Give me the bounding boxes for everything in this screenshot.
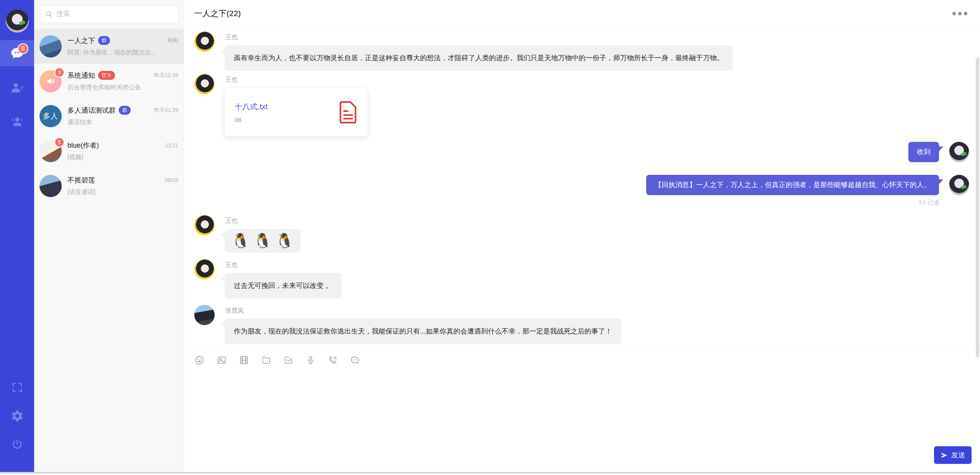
chat-list-panel: 一人之下 群 刚刚 阿莲: 作为朋友，现在的我没法... 3 系统通知 官方: [34, 0, 184, 472]
sticker-bubble: 🐧 🐧 🐧: [225, 229, 300, 253]
message-list: 王也 虽有幸生而为人，也不要以万物灵长自居，正是这种妄自尊大的想法，才阻碍了人类…: [184, 27, 980, 348]
message-input[interactable]: [184, 372, 980, 443]
message-row: 王也 🐧 🐧 🐧: [184, 215, 980, 253]
sender-avatar[interactable]: [194, 259, 215, 279]
chat-preview: 后台管理仓库临时关闭公告: [67, 84, 178, 92]
read-status: 3人已读: [919, 199, 939, 206]
sender-name: 张楚岚: [225, 306, 621, 315]
self-avatar[interactable]: [949, 142, 969, 162]
more-menu-icon[interactable]: [950, 10, 970, 18]
sender-avatar[interactable]: [194, 74, 215, 94]
image-icon[interactable]: [217, 355, 227, 365]
message-row: 王也 过去无可挽回，未来可以改变 。: [184, 259, 980, 299]
message-row-self: 【回执消息】一人之下，万人之上，但真正的强者，是那些能够超越自我、心怀天下的人。…: [184, 175, 980, 206]
chat-preview: [语音通话]: [67, 188, 178, 196]
message-row: 王也 十八式.txt 0B: [184, 74, 980, 136]
message-row-self: 收到: [184, 142, 980, 162]
file-size: 0B: [235, 117, 339, 123]
system-avatar: 3: [39, 70, 62, 92]
sender-name: 王也: [225, 33, 733, 41]
group-avatar: 多人: [39, 105, 62, 127]
video-icon[interactable]: [239, 355, 249, 365]
chat-list-item-yirenzhixia[interactable]: 一人之下 群 刚刚 阿莲: 作为朋友，现在的我没法...: [34, 29, 184, 64]
nav-chats[interactable]: 8: [0, 40, 34, 66]
chat-time: 09/28: [165, 177, 178, 183]
chat-title: 不摇碧莲: [67, 176, 95, 185]
message-bubble: 作为朋友，现在的我没法保证救你逃出生天，我能保证的只有...如果你真的会遭遇到什…: [225, 319, 621, 344]
file-folder-icon[interactable]: [261, 355, 271, 365]
chat-list-item-system[interactable]: 3 系统通知 官方 昨天12:39 后台管理仓库临时关闭公告: [34, 64, 184, 99]
chat-title: 系统通知: [67, 71, 95, 80]
unread-badge: 3: [54, 67, 64, 77]
composer-toolbar: [184, 348, 980, 372]
sender-avatar[interactable]: [194, 215, 215, 235]
settings-gear-icon[interactable]: [11, 409, 24, 422]
sender-name: 王也: [225, 76, 368, 84]
message-row: 张楚岚 作为朋友，现在的我没法保证救你逃出生天，我能保证的只有...如果你真的会…: [184, 305, 980, 344]
send-button[interactable]: 发送: [934, 446, 972, 464]
sender-name: 王也: [225, 217, 300, 225]
chat-title: blue(作者): [67, 141, 99, 150]
unread-total-badge: 8: [18, 43, 28, 54]
file-document-icon: [339, 101, 358, 124]
file-name: 十八式.txt: [235, 102, 339, 112]
group-badge: 群: [98, 36, 110, 45]
chat-list-item-bilian[interactable]: 不摇碧莲 09/28 [语音通话]: [34, 168, 184, 203]
vertical-scrollbar-thumb[interactable]: [976, 58, 979, 358]
call-phone-icon[interactable]: [328, 355, 338, 365]
screenshot-check-icon[interactable]: [283, 355, 294, 365]
unread-badge: 5: [54, 137, 64, 147]
chat-preview: 通话结束: [67, 118, 178, 127]
chat-header: 一人之下(22): [184, 0, 980, 27]
group-badge: 群: [119, 106, 131, 115]
microphone-icon[interactable]: [305, 355, 316, 365]
chat-time: 昨天12:39: [154, 72, 178, 79]
penguin-sticker: 🐧: [231, 232, 250, 250]
group-avatar: [39, 35, 62, 58]
send-button-label: 发送: [951, 450, 965, 460]
nav-contacts[interactable]: [0, 75, 34, 101]
user-avatar: 5: [39, 140, 62, 162]
chat-panel: 一人之下(22) 王也 虽有幸生而为人，也不要以万物灵长自居，正是这种妄自尊大的…: [184, 0, 980, 472]
chat-time: 昨天01:29: [154, 107, 178, 114]
power-button[interactable]: [11, 438, 23, 450]
message-bubble: 过去无可挽回，未来可以改变 。: [225, 273, 341, 299]
penguin-sticker: 🐧: [253, 232, 271, 250]
chat-time: 11/21: [165, 142, 178, 148]
file-attachment-card[interactable]: 十八式.txt 0B: [225, 88, 368, 136]
search-box[interactable]: [39, 5, 179, 23]
sender-name: 王也: [225, 261, 341, 269]
penguin-sticker: 🐧: [276, 232, 294, 250]
contacts-icon: [10, 81, 24, 95]
message-history-icon[interactable]: [350, 355, 360, 365]
chat-title: 多人通话测试群: [67, 106, 116, 115]
chat-header-title: 一人之下(22): [194, 8, 241, 19]
chat-title: 一人之下: [67, 36, 95, 45]
sender-avatar[interactable]: [194, 305, 215, 325]
app-window: 8: [0, 0, 980, 473]
message-bubble-self: 【回执消息】一人之下，万人之上，但真正的强者，是那些能够超越自我、心怀天下的人。: [646, 175, 939, 195]
user-avatar[interactable]: [6, 10, 29, 33]
nav-groups[interactable]: [0, 108, 34, 135]
sender-avatar[interactable]: [194, 31, 215, 52]
message-bubble-self: 收到: [908, 142, 939, 162]
chat-list-item-blue[interactable]: 5 blue(作者) 11/21 [视频]: [34, 133, 184, 168]
message-bubble: 虽有幸生而为人，也不要以万物灵长自居，正是这种妄自尊大的想法，才阻碍了人类的进步…: [225, 45, 733, 71]
chat-time: 刚刚: [167, 37, 178, 44]
chat-preview: 阿莲: 作为朋友，现在的我没法...: [67, 49, 178, 57]
chat-preview: [视频]: [67, 153, 178, 161]
groups-icon: [10, 114, 25, 129]
message-row: 王也 虽有幸生而为人，也不要以万物灵长自居，正是这种妄自尊大的想法，才阻碍了人类…: [184, 31, 980, 71]
emoji-icon[interactable]: [194, 355, 205, 365]
nav-rail: 8: [0, 0, 34, 472]
search-icon: [45, 10, 53, 18]
self-avatar[interactable]: [949, 175, 969, 195]
search-input[interactable]: [56, 10, 173, 18]
official-badge: 官方: [98, 71, 115, 80]
paper-plane-icon: [941, 452, 948, 459]
user-avatar: [39, 175, 62, 197]
chat-list-item-duoren[interactable]: 多人 多人通话测试群 群 昨天01:29 通话结束: [34, 99, 184, 133]
fullscreen-button[interactable]: [11, 381, 23, 394]
